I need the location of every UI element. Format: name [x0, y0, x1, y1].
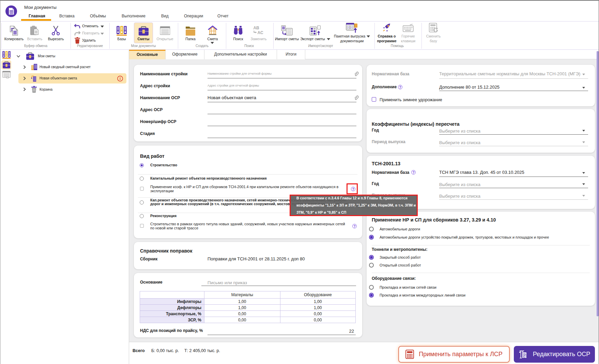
svg-text:AB: AB	[253, 26, 259, 30]
svg-text:AC: AC	[257, 30, 263, 35]
